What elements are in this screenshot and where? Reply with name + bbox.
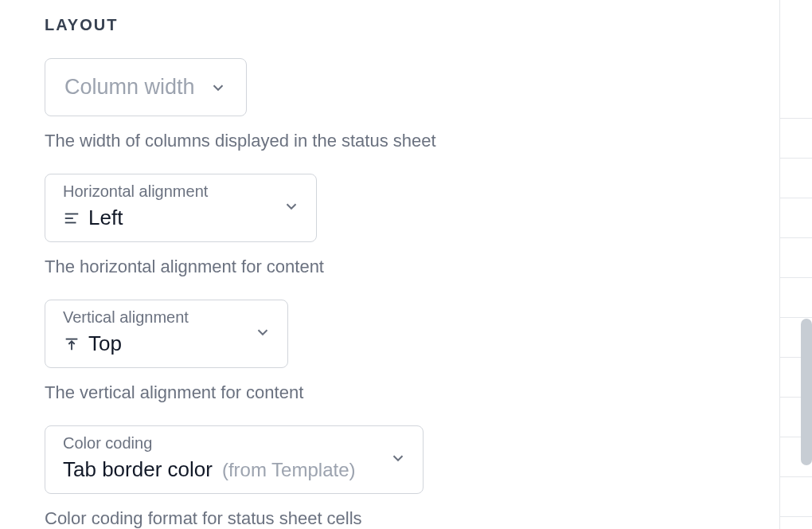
chevron-down-icon [389, 449, 407, 467]
field-vertical-alignment: Vertical alignment Top The vertical alig… [45, 300, 735, 403]
field-color-coding: Color coding Tab border color (from Temp… [45, 425, 735, 529]
scrollbar-thumb[interactable] [801, 319, 812, 465]
column-width-description: The width of columns displayed in the st… [45, 131, 735, 151]
vertical-alignment-description: The vertical alignment for content [45, 382, 735, 403]
align-left-icon [63, 210, 80, 227]
chevron-down-icon [209, 79, 227, 96]
color-coding-label: Color coding [63, 434, 405, 453]
column-width-select[interactable]: Column width [45, 58, 247, 116]
color-coding-select[interactable]: Color coding Tab border color (from Temp… [45, 425, 424, 494]
color-coding-value: Tab border color [63, 457, 213, 482]
field-column-width: Column width The width of columns displa… [45, 58, 735, 151]
settings-panel: LAYOUT Column width The width of columns… [0, 0, 780, 529]
chevron-down-icon [254, 323, 271, 341]
color-coding-description: Color coding format for status sheet cel… [45, 508, 735, 529]
horizontal-alignment-select[interactable]: Horizontal alignment Left [45, 174, 317, 242]
horizontal-alignment-description: The horizontal alignment for content [45, 257, 735, 277]
vertical-alignment-value: Top [88, 331, 122, 356]
vertical-alignment-label: Vertical alignment [63, 308, 270, 327]
column-width-placeholder: Column width [64, 75, 195, 100]
horizontal-alignment-label: Horizontal alignment [63, 182, 299, 201]
vertical-alignment-select[interactable]: Vertical alignment Top [45, 300, 288, 368]
chevron-down-icon [283, 198, 300, 215]
field-horizontal-alignment: Horizontal alignment Left The horizontal… [45, 174, 735, 277]
horizontal-alignment-value: Left [88, 206, 123, 230]
section-title: LAYOUT [45, 16, 735, 34]
align-top-icon [63, 335, 80, 353]
color-coding-suffix: (from Template) [222, 459, 356, 481]
